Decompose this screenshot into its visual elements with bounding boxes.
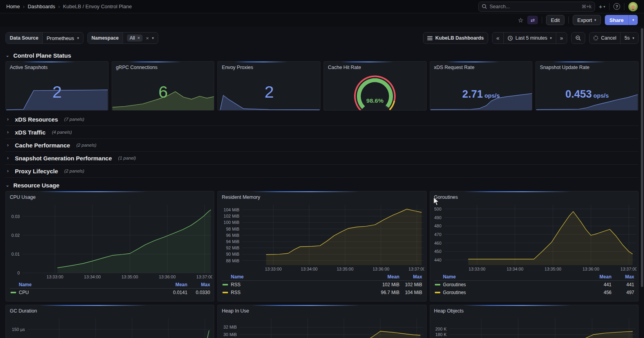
namespace-chip-all[interactable]: All× bbox=[127, 35, 143, 42]
panel-title[interactable]: Resident Memory bbox=[218, 191, 426, 202]
clear-all-icon[interactable]: × bbox=[146, 35, 149, 41]
breadcrumb-home[interactable]: Home bbox=[6, 4, 20, 9]
help-icon[interactable]: ? bbox=[613, 3, 620, 10]
panel-title[interactable]: Active Snapshots bbox=[6, 62, 108, 72]
legend-row[interactable]: RSS 102 MiB 102 MiB bbox=[222, 281, 422, 289]
series-swatch bbox=[435, 284, 440, 285]
timeseries-chart[interactable]: 13:33:0013:34:0013:35:0013:36:0013:37:00… bbox=[7, 316, 212, 338]
time-range-group: « Last 5 minutes ▾ » bbox=[492, 32, 567, 44]
panel-title[interactable]: Snapshot Update Rate bbox=[536, 62, 638, 72]
add-new-button[interactable]: +▾ bbox=[599, 3, 605, 10]
svg-text:470: 470 bbox=[434, 232, 441, 237]
refresh-interval-picker[interactable]: 5s▾ bbox=[620, 33, 638, 44]
data-source-select[interactable]: Prometheus▾ bbox=[43, 33, 83, 44]
legend-header-max: Max bbox=[611, 274, 634, 280]
legend-row[interactable]: CPU 0.0141 0.0330 bbox=[10, 289, 210, 296]
chevron-down-icon[interactable]: ▾ bbox=[152, 36, 154, 40]
section-resource-usage[interactable]: ⌄ Resource Usage bbox=[5, 180, 639, 190]
dashboard-toolbar: ☆ ⇄ Edit Export▾ Share ▾ bbox=[0, 13, 644, 27]
legend-header-name: Name bbox=[434, 274, 582, 280]
svg-text:94 MiB: 94 MiB bbox=[226, 239, 239, 244]
timeseries-chart[interactable]: 13:33:0013:34:0013:35:0013:36:0013:37:00… bbox=[432, 202, 637, 272]
panel-count: (4 panels) bbox=[52, 130, 72, 134]
breadcrumb-separator: › bbox=[23, 4, 25, 9]
svg-text:32 MiB: 32 MiB bbox=[224, 325, 237, 329]
timeseries-chart[interactable]: 13:33:0013:34:0013:35:0013:36:0013:37:00… bbox=[432, 316, 637, 338]
section-control-plane-status[interactable]: ⌄ Control Plane Status bbox=[5, 50, 639, 60]
legend-header-mean: Mean bbox=[157, 282, 187, 287]
timeseries-chart[interactable]: 13:33:0013:34:0013:35:0013:36:0013:37:00… bbox=[219, 316, 424, 338]
star-favorite-button[interactable]: ☆ bbox=[518, 16, 523, 24]
panel-title[interactable]: Heap In Use bbox=[218, 305, 426, 315]
edit-button[interactable]: Edit bbox=[546, 15, 564, 25]
legend-row[interactable]: RSS 96.7 MiB 104 MiB bbox=[222, 289, 422, 296]
divider bbox=[609, 3, 610, 10]
time-shift-forward-button[interactable]: » bbox=[556, 33, 567, 44]
panel-heap-in-use: Heap In Use 13:33:0013:34:0013:35:0013:3… bbox=[217, 305, 426, 338]
panel-title[interactable]: Cache Hit Rate bbox=[324, 62, 426, 72]
nav-right-cluster: Search... ⌘+k +▾ ? bbox=[478, 2, 638, 12]
export-button[interactable]: Export▾ bbox=[573, 15, 601, 25]
series-swatch bbox=[435, 292, 440, 293]
time-zoom-out-button[interactable] bbox=[571, 32, 585, 44]
svg-text:13:34:00: 13:34:00 bbox=[301, 267, 318, 271]
svg-text:200 K: 200 K bbox=[435, 327, 447, 331]
share-split-button: Share ▾ bbox=[605, 15, 638, 25]
time-shift-back-button[interactable]: « bbox=[492, 33, 504, 44]
panel-title[interactable]: gRPC Connections bbox=[112, 62, 214, 72]
remove-chip-icon[interactable]: × bbox=[137, 35, 140, 41]
legend: Name Mean Max Goroutines 441 441 Gorouti… bbox=[430, 272, 638, 301]
legend-row[interactable]: Goroutines 441 441 bbox=[434, 281, 634, 289]
panel-count: (1 panel) bbox=[118, 156, 136, 160]
svg-text:450: 450 bbox=[434, 249, 441, 254]
legend-header-mean: Mean bbox=[582, 274, 611, 280]
legend-header-mean: Mean bbox=[370, 274, 400, 280]
search-shortcut-hint: ⌘+k bbox=[582, 4, 592, 9]
svg-text:13:33:00: 13:33:00 bbox=[469, 267, 485, 271]
search-input[interactable]: Search... ⌘+k bbox=[478, 2, 595, 12]
kubelb-dashboards-button[interactable]: KubeLB Dashboards bbox=[423, 32, 488, 44]
section-xds-resources[interactable]: › xDS Resources (7 panels) bbox=[5, 113, 639, 126]
data-source-control: Data Source Prometheus▾ bbox=[5, 32, 83, 44]
svg-text:13:34:00: 13:34:00 bbox=[84, 274, 101, 279]
section-snapshot-generation-performance[interactable]: › Snapshot Generation Performance (1 pan… bbox=[5, 152, 639, 165]
breadcrumb-dashboards[interactable]: Dashboards bbox=[28, 4, 55, 9]
panel-title[interactable]: CPU Usage bbox=[6, 191, 214, 202]
collapsed-sections: › xDS Resources (7 panels) › xDS Traffic… bbox=[5, 113, 639, 178]
time-range-picker[interactable]: Last 5 minutes ▾ bbox=[504, 33, 556, 44]
svg-text:460: 460 bbox=[434, 241, 441, 245]
panes-toggle-button[interactable]: ⇄ bbox=[527, 16, 538, 24]
svg-text:13:33:00: 13:33:00 bbox=[47, 274, 63, 279]
swap-arrows-icon: ⇄ bbox=[530, 17, 535, 23]
namespace-label: Namespace bbox=[88, 33, 123, 44]
legend-max-value: 104 MiB bbox=[400, 290, 422, 295]
panel-title[interactable]: xDS Request Rate bbox=[430, 62, 532, 72]
refresh-group: Cancel 5s▾ bbox=[589, 32, 639, 44]
panel-title[interactable]: Envoy Proxies bbox=[218, 62, 320, 72]
svg-text:150 µs: 150 µs bbox=[12, 327, 25, 332]
section-proxy-lifecycle[interactable]: › Proxy Lifecycle (2 panels) bbox=[5, 165, 639, 178]
svg-text:440: 440 bbox=[434, 258, 441, 262]
panel-title[interactable]: Heap Objects bbox=[430, 305, 638, 315]
panel-title[interactable]: GC Duration bbox=[6, 305, 214, 315]
panel-title[interactable]: Goroutines bbox=[430, 191, 638, 202]
stat-value: 2 bbox=[6, 84, 108, 100]
svg-text:13:36:00: 13:36:00 bbox=[582, 267, 599, 271]
chevron-down-icon: ▾ bbox=[77, 36, 79, 40]
scrollbar-track bbox=[640, 0, 644, 338]
chevron-right-icon: › bbox=[7, 116, 11, 122]
chevron-down-icon: ⌄ bbox=[5, 182, 9, 188]
scrollbar-thumb[interactable] bbox=[641, 28, 643, 287]
section-xds-traffic[interactable]: › xDS Traffic (4 panels) bbox=[5, 126, 639, 139]
chevron-down-icon: ⌄ bbox=[5, 53, 9, 58]
timeseries-chart[interactable]: 13:33:0013:34:0013:35:0013:36:0013:37:00… bbox=[7, 202, 212, 280]
share-caret-button[interactable]: ▾ bbox=[628, 15, 638, 25]
cancel-refresh-button[interactable]: Cancel bbox=[590, 33, 620, 44]
breadcrumb-separator: › bbox=[58, 4, 60, 9]
share-button[interactable]: Share bbox=[605, 15, 628, 25]
legend-row[interactable]: Goroutines 456 497 bbox=[434, 289, 634, 296]
timeseries-chart[interactable]: 13:33:0013:34:0013:35:0013:36:0013:37:00… bbox=[219, 202, 424, 272]
svg-text:96 MiB: 96 MiB bbox=[226, 233, 239, 238]
user-avatar[interactable] bbox=[628, 2, 638, 11]
section-cache-performance[interactable]: › Cache Performance (2 panels) bbox=[5, 139, 639, 152]
